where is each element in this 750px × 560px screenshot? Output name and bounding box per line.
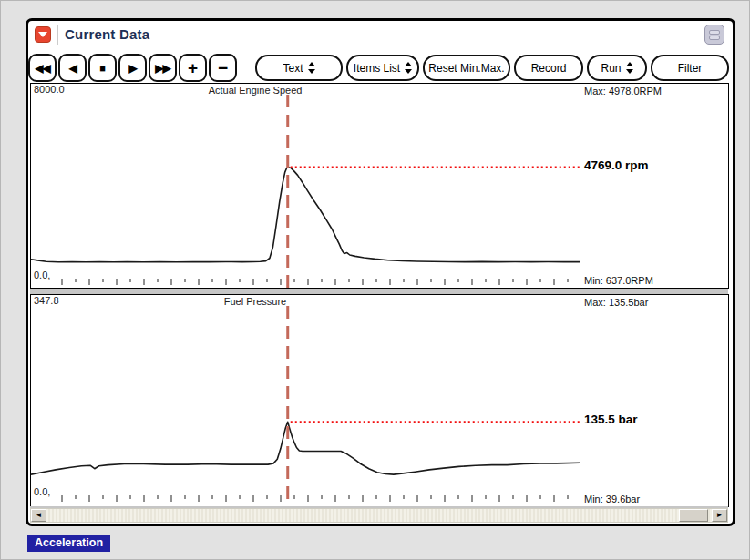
transport-toolbar: ◀◀◀■▶▶▶+− [28,54,237,82]
window-title: Current Data [65,26,149,42]
chart-info-panel-fuel-pressure: Max: 135.5bar135.5 barMin: 39.6bar [580,294,729,507]
transport-play-button[interactable]: ▶ [118,54,147,82]
reset-minmax-button[interactable]: Reset Min.Max. [423,55,510,81]
display-mode-button[interactable]: Text [255,55,343,81]
filter-label: Filter [678,62,703,75]
run-label: Run [601,62,621,75]
scrollbar-track[interactable] [46,509,712,522]
split-view-button[interactable] [704,25,724,45]
scrollbar-thumb[interactable] [679,509,708,522]
scroll-right-button[interactable]: ► [712,509,727,522]
up-down-arrows-icon [626,62,633,74]
transport-zoom-out-button[interactable]: − [209,54,237,82]
dropdown-arrow-icon [38,32,47,37]
items-list-label: Items List [354,62,400,75]
status-badge: Acceleration [27,535,110,552]
cursor-value-label: 4769.0 rpm [584,158,649,172]
horizontal-scrollbar[interactable]: ◄ ► [30,508,728,523]
chart-plot-fuel-pressure[interactable]: Fuel Pressure347.80.0, [30,294,580,507]
header-divider [57,25,58,45]
chart-separator [30,289,728,294]
record-button[interactable]: Record [514,55,583,81]
chart-row-engine-speed: Actual Engine Speed8000.00.0,Max: 4978.0… [30,83,728,289]
cursor-value-label: 135.5 bar [584,412,638,426]
chart-info-panel-engine-speed: Max: 4978.0RPM4769.0 rpmMin: 637.0RPM [580,83,729,289]
chart-plot-engine-speed[interactable]: Actual Engine Speed8000.00.0, [30,83,580,289]
window-menu-button[interactable] [35,26,51,43]
controls-toolbar: TextItems ListReset Min.Max.RecordRunFil… [255,55,729,81]
transport-zoom-in-button[interactable]: + [179,54,207,82]
up-down-arrows-icon [405,62,412,74]
reset-minmax-label: Reset Min.Max. [428,62,504,75]
transport-fast-forward-button[interactable]: ▶▶ [149,54,177,82]
main-window: Current Data ◀◀◀■▶▶▶+− TextItems ListRes… [26,18,735,526]
items-list-button[interactable]: Items List [346,55,419,81]
run-button[interactable]: Run [587,55,647,81]
transport-stop-button[interactable]: ■ [88,54,117,82]
display-mode-label: Text [283,62,303,75]
record-label: Record [531,62,567,75]
max-value-label: Max: 4978.0RPM [584,86,662,97]
transport-step-back-button[interactable]: ◀ [58,54,87,82]
up-down-arrows-icon [308,62,315,74]
min-value-label: Min: 39.6bar [584,494,640,504]
chart-row-fuel-pressure: Fuel Pressure347.80.0,Max: 135.5bar135.5… [30,294,728,507]
split-view-icon [705,30,724,40]
transport-rewind-button[interactable]: ◀◀ [28,54,57,82]
page: Current Data ◀◀◀■▶▶▶+− TextItems ListRes… [0,0,750,560]
min-value-label: Min: 637.0RPM [584,275,653,286]
max-value-label: Max: 135.5bar [584,297,648,308]
scroll-left-button[interactable]: ◄ [31,509,46,522]
filter-button[interactable]: Filter [651,55,729,81]
